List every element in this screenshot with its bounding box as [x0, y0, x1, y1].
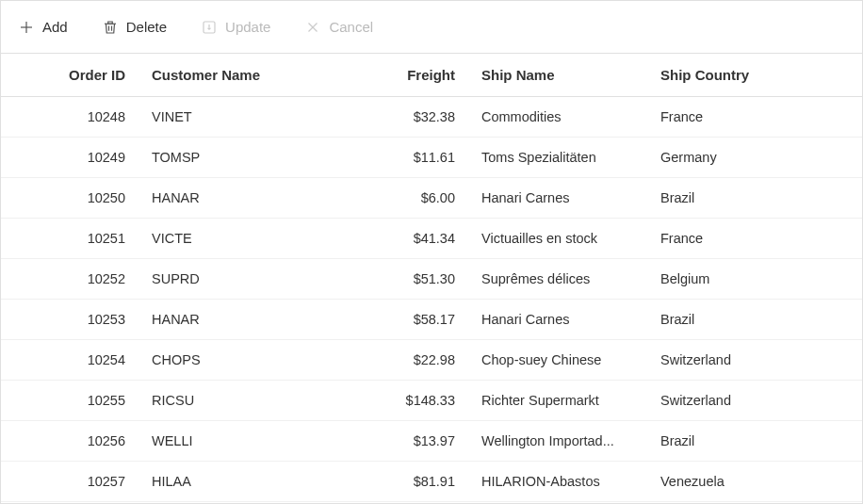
cancel-label: Cancel: [329, 19, 373, 35]
table-row[interactable]: 10257HILAA$81.91HILARION-AbastosVenezuel…: [1, 462, 862, 502]
cell-ship-name: Hanari Carnes: [472, 178, 651, 219]
cell-freight: $6.00: [312, 178, 472, 219]
column-header-customer[interactable]: Customer Name: [142, 54, 312, 97]
cell-customer: TOMSP: [142, 138, 312, 178]
add-label: Add: [42, 19, 68, 35]
cell-order-id: 10248: [1, 97, 142, 138]
cell-ship-country: Brazil: [651, 178, 862, 219]
cell-ship-country: France: [651, 97, 862, 138]
cell-freight: $41.34: [312, 219, 472, 259]
cell-ship-country: Switzerland: [651, 381, 862, 421]
cell-order-id: 10251: [1, 219, 142, 259]
table-row[interactable]: 10256WELLI$13.97Wellington Importad...Br…: [1, 421, 862, 462]
cell-customer: VINET: [142, 97, 312, 138]
cell-ship-name: Wellington Importad...: [472, 421, 651, 462]
table-row[interactable]: 10252SUPRD$51.30Suprêmes délicesBelgium: [1, 259, 862, 300]
cell-ship-country: France: [651, 219, 862, 259]
cell-customer: WELLI: [142, 421, 312, 462]
cell-ship-name: Toms Spezialitäten: [472, 138, 651, 178]
cell-ship-country: Brazil: [651, 300, 862, 340]
cell-ship-country: Switzerland: [651, 340, 862, 381]
cell-freight: $81.91: [312, 462, 472, 502]
cell-order-id: 10255: [1, 381, 142, 421]
cell-ship-name: Victuailles en stock: [472, 219, 651, 259]
table-row[interactable]: 10249TOMSP$11.61Toms SpezialitätenGerman…: [1, 138, 862, 178]
cell-customer: VICTE: [142, 219, 312, 259]
table-row[interactable]: 10254CHOPS$22.98Chop-suey ChineseSwitzer…: [1, 340, 862, 381]
delete-button[interactable]: Delete: [96, 15, 172, 40]
cell-order-id: 10250: [1, 178, 142, 219]
cell-ship-name: Richter Supermarkt: [472, 381, 651, 421]
update-label: Update: [225, 19, 270, 35]
cell-customer: RICSU: [142, 381, 312, 421]
cell-ship-name: Suprêmes délices: [472, 259, 651, 300]
cell-customer: HILAA: [142, 462, 312, 502]
cell-ship-country: Germany: [651, 138, 862, 178]
update-button[interactable]: Update: [195, 15, 276, 40]
column-header-ship-name[interactable]: Ship Name: [472, 54, 651, 97]
cell-order-id: 10254: [1, 340, 142, 381]
cell-freight: $22.98: [312, 340, 472, 381]
cell-order-id: 10257: [1, 462, 142, 502]
table-row[interactable]: 10253HANAR$58.17Hanari CarnesBrazil: [1, 300, 862, 340]
plus-icon: [18, 19, 35, 36]
trash-icon: [102, 19, 119, 36]
delete-label: Delete: [126, 19, 167, 35]
column-header-country[interactable]: Ship Country: [651, 54, 862, 97]
cell-freight: $13.97: [312, 421, 472, 462]
cell-order-id: 10253: [1, 300, 142, 340]
cancel-icon: [304, 19, 321, 36]
cell-ship-name: HILARION-Abastos: [472, 462, 651, 502]
table-row[interactable]: 10250HANAR$6.00Hanari CarnesBrazil: [1, 178, 862, 219]
cell-ship-country: Belgium: [651, 259, 862, 300]
column-header-freight[interactable]: Freight: [312, 54, 472, 97]
cell-freight: $11.61: [312, 138, 472, 178]
cell-ship-name: Commodities: [472, 97, 651, 138]
table-row[interactable]: 10255RICSU$148.33Richter SupermarktSwitz…: [1, 381, 862, 421]
cell-ship-name: Hanari Carnes: [472, 300, 651, 340]
cell-customer: CHOPS: [142, 340, 312, 381]
cell-customer: SUPRD: [142, 259, 312, 300]
cell-customer: HANAR: [142, 178, 312, 219]
add-button[interactable]: Add: [12, 15, 73, 40]
data-grid: Add Delete Update: [0, 0, 863, 504]
cell-order-id: 10256: [1, 421, 142, 462]
cell-order-id: 10252: [1, 259, 142, 300]
cell-ship-name: Chop-suey Chinese: [472, 340, 651, 381]
cell-order-id: 10249: [1, 138, 142, 178]
toolbar: Add Delete Update: [1, 1, 862, 54]
cancel-button[interactable]: Cancel: [299, 15, 379, 40]
header-row: Order ID Customer Name Freight Ship Name…: [1, 54, 862, 97]
cell-freight: $32.38: [312, 97, 472, 138]
grid-body[interactable]: Order ID Customer Name Freight Ship Name…: [1, 54, 862, 503]
cell-customer: HANAR: [142, 300, 312, 340]
column-header-order-id[interactable]: Order ID: [1, 54, 142, 97]
cell-ship-country: Brazil: [651, 421, 862, 462]
cell-freight: $58.17: [312, 300, 472, 340]
table-row[interactable]: 10251VICTE$41.34Victuailles en stockFran…: [1, 219, 862, 259]
cell-ship-country: Venezuela: [651, 462, 862, 502]
table-row[interactable]: 10248VINET$32.38CommoditiesFrance: [1, 97, 862, 138]
orders-table: Order ID Customer Name Freight Ship Name…: [1, 54, 862, 502]
cell-freight: $148.33: [312, 381, 472, 421]
cell-freight: $51.30: [312, 259, 472, 300]
update-icon: [201, 19, 218, 36]
